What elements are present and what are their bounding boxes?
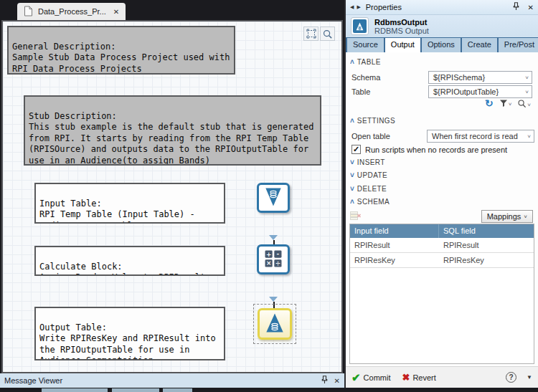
calculate-block-note-text: Calculate Block: Assign Random Value to … xyxy=(39,262,205,277)
properties-panel: ◀ ▶ Properties ✕ RdbmsOutput RDBMS Outpu… xyxy=(344,0,538,388)
document-tab-label: Data_Process_Pr... xyxy=(38,7,106,16)
properties-panel-title: Properties xyxy=(366,3,402,11)
delete-field-icon xyxy=(350,211,362,221)
search-button[interactable]: ˅ xyxy=(517,99,531,108)
calculate-block-note[interactable]: Calculate Block: Assign Random Value to … xyxy=(34,246,225,276)
section-title: TABLE xyxy=(357,58,381,66)
close-icon[interactable]: ✕ xyxy=(334,377,340,385)
mappings-button[interactable]: Mappings ˅ xyxy=(481,210,533,223)
footer-menu-icon[interactable]: ▼ xyxy=(527,374,532,381)
open-table-label: Open table xyxy=(351,132,390,140)
properties-title-bar: ◀ ▶ Properties ✕ xyxy=(346,0,538,15)
tab-options[interactable]: Options xyxy=(422,38,461,52)
application-window: Data_Process_Pr... ✕ General Description… xyxy=(0,0,538,392)
output-table-note[interactable]: Output Table: Write RPIResKey and RPIRes… xyxy=(34,307,225,360)
pin-icon[interactable] xyxy=(513,2,519,12)
grid-cell[interactable]: RPIResKey xyxy=(439,253,534,267)
table-row[interactable]: RPIResult RPIResult xyxy=(350,238,534,253)
refresh-icon[interactable]: ↻ xyxy=(485,98,494,108)
table-label: Table xyxy=(351,87,370,96)
expand-icon: ˅ xyxy=(350,159,354,166)
table-dropdown[interactable]: ${RPIOutputTable} ˅ xyxy=(428,85,532,98)
properties-footer: ✔ Commit ✖ Revert ? ▼ xyxy=(346,366,538,388)
chevron-down-icon: ˅ xyxy=(525,75,529,81)
properties-header: RdbmsOutput RDBMS Output xyxy=(346,15,538,37)
table-value: ${RPIOutputTable} xyxy=(433,87,499,96)
fit-to-view-button[interactable] xyxy=(303,27,318,41)
section-header-settings[interactable]: ˄ SETTINGS xyxy=(350,117,395,125)
bottom-tab-stub xyxy=(112,388,159,392)
schema-dropdown[interactable]: ${RPISchema} ˅ xyxy=(428,71,532,84)
delete-field-button[interactable] xyxy=(350,211,362,222)
document-tab[interactable]: Data_Process_Pr... ✕ xyxy=(17,3,126,20)
nav-right-icon[interactable]: ▶ xyxy=(357,4,360,10)
section-header-schema[interactable]: ˄ SCHEMA xyxy=(350,198,390,206)
document-icon xyxy=(24,6,33,18)
tab-output[interactable]: Output xyxy=(385,38,420,52)
canvas-zoom-button[interactable] xyxy=(320,27,335,41)
field-mapping-grid: Input field SQL field RPIResult RPIResul… xyxy=(349,224,534,364)
grid-header-input-field: Input field xyxy=(350,224,439,238)
run-scripts-option: ✓ Run scripts when no records are presen… xyxy=(351,145,507,154)
rdbms-output-node[interactable] xyxy=(258,308,292,340)
message-viewer-bar[interactable]: Message Viewer ✕ xyxy=(0,373,344,388)
calculator-icon: +-×÷ xyxy=(263,248,284,271)
nav-left-icon[interactable]: ◀ xyxy=(350,4,354,10)
design-canvas[interactable]: General Description: Sample Stub Data Pr… xyxy=(1,20,343,373)
chevron-down-icon: ˅ xyxy=(525,89,529,95)
filter-button[interactable]: ˅ xyxy=(499,99,512,107)
chevron-down-icon: ˅ xyxy=(509,101,512,107)
properties-content: ˄ TABLE Schema ${RPISchema} ˅ Table ${RP… xyxy=(346,52,538,366)
section-header-update[interactable]: ˅ UPDATE xyxy=(350,171,387,179)
section-title: INSERT xyxy=(357,158,385,166)
input-table-note[interactable]: Input Table: RPI Temp Table (Input Table… xyxy=(34,183,225,224)
pin-icon[interactable] xyxy=(321,376,328,386)
section-header-delete[interactable]: ˅ DELETE xyxy=(350,185,387,193)
section-header-table[interactable]: ˄ TABLE xyxy=(350,58,381,66)
node-name: RdbmsOutput xyxy=(374,18,429,27)
revert-button-label: Revert xyxy=(412,373,435,382)
chevron-down-icon: ˅ xyxy=(524,214,527,220)
general-description-note[interactable]: General Description: Sample Stub Data Pr… xyxy=(7,26,235,75)
expand-icon: ˅ xyxy=(350,186,354,193)
stub-description-text: Stub Description: This stub example is t… xyxy=(29,111,313,166)
section-header-insert[interactable]: ˅ INSERT xyxy=(350,158,385,166)
collapse-icon: ˄ xyxy=(350,199,354,206)
close-icon[interactable]: ✕ xyxy=(528,4,534,11)
svg-text:÷: ÷ xyxy=(275,260,280,267)
tab-prepost[interactable]: Pre/Post xyxy=(499,38,538,52)
search-icon xyxy=(517,99,527,108)
node-type: RDBMS Output xyxy=(374,27,429,35)
open-table-dropdown[interactable]: When first record is read ˅ xyxy=(427,130,534,143)
open-table-value: When first record is read xyxy=(432,132,518,140)
table-tools: ↻ ˅ ˅ xyxy=(485,98,531,108)
filter-icon xyxy=(499,99,508,107)
input-table-node[interactable] xyxy=(257,183,290,213)
editor-pane: Data_Process_Pr... ✕ General Description… xyxy=(0,0,344,392)
grid-cell[interactable]: RPIResKey xyxy=(350,253,439,267)
input-table-note-text: Input Table: RPI Temp Table (Input Table… xyxy=(39,199,195,224)
tab-source[interactable]: Source xyxy=(347,38,384,52)
grid-cell[interactable]: RPIResult xyxy=(439,238,534,252)
schema-value: ${RPISchema} xyxy=(433,73,485,82)
expand-icon: ˅ xyxy=(350,172,354,179)
revert-button[interactable]: ✖ Revert xyxy=(402,372,435,383)
tab-create[interactable]: Create xyxy=(462,38,497,52)
document-tab-close-icon[interactable]: ✕ xyxy=(113,8,119,16)
grid-cell[interactable]: RPIResult xyxy=(350,238,439,252)
mappings-button-label: Mappings xyxy=(487,212,522,221)
commit-button[interactable]: ✔ Commit xyxy=(351,371,390,384)
rdbms-output-icon xyxy=(351,17,369,35)
commit-button-label: Commit xyxy=(364,373,391,382)
calculate-node[interactable]: +-×÷ xyxy=(257,244,290,274)
table-row[interactable]: RPIResKey RPIResKey xyxy=(350,253,534,268)
table-input-icon xyxy=(260,186,286,210)
connector-arrow-icon xyxy=(269,297,278,302)
help-button[interactable]: ? xyxy=(506,372,516,383)
table-output-icon xyxy=(262,311,288,337)
bottom-window-strip xyxy=(0,388,538,392)
message-viewer-title: Message Viewer xyxy=(4,376,62,385)
run-scripts-checkbox[interactable]: ✓ xyxy=(351,145,361,154)
stub-description-note[interactable]: Stub Description: This stub example is t… xyxy=(24,95,321,166)
collapse-icon: ˄ xyxy=(350,59,354,66)
